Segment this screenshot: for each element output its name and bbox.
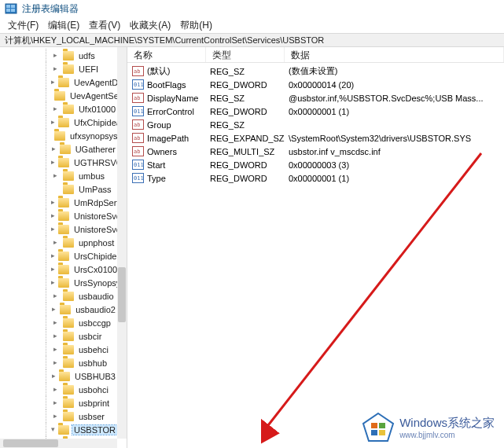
- tree-item-urssynopsys[interactable]: ▸UrsSynopsys: [6, 276, 117, 289]
- expand-icon[interactable]: ▸: [51, 265, 55, 274]
- tree-item-usbaudio[interactable]: ▸usbaudio: [6, 289, 117, 303]
- value-row[interactable]: abImagePathREG_EXPAND_SZ\SystemRoot\Syst…: [127, 131, 504, 145]
- tree-item-label: usbhub: [77, 358, 109, 368]
- tree-item-usbser[interactable]: ▸usbser: [6, 409, 117, 423]
- expand-icon[interactable]: ▸: [51, 358, 60, 367]
- tree-item-uevagentdriver[interactable]: ▸UevAgentDriver: [6, 75, 117, 89]
- expand-icon[interactable]: ▸: [51, 278, 55, 287]
- tree-item-umpass[interactable]: UmPass: [6, 182, 117, 196]
- expand-icon[interactable]: ▸: [51, 305, 57, 314]
- scrollbar-thumb[interactable]: [3, 439, 58, 447]
- expand-icon[interactable]: ▸: [51, 332, 60, 340]
- expand-icon[interactable]: ▸: [51, 211, 55, 220]
- tree-item-usbhub[interactable]: ▸usbhub: [6, 356, 117, 369]
- tree-item-urscx01000[interactable]: ▸UrsCx01000: [6, 263, 117, 276]
- value-row[interactable]: 011ErrorControlREG_DWORD0x00000001 (1): [127, 105, 504, 118]
- expand-icon[interactable]: ▸: [51, 252, 55, 260]
- value-row[interactable]: 011TypeREG_DWORD0x00000001 (1): [127, 171, 504, 185]
- expand-icon[interactable]: ▸: [51, 385, 60, 394]
- value-row[interactable]: 011BootFlagsREG_DWORD0x00000014 (20): [127, 78, 504, 91]
- tree-item-usbaudio2[interactable]: ▸usbaudio2: [6, 303, 117, 316]
- tree-item-usbcir[interactable]: ▸usbcir: [6, 329, 117, 343]
- main-area: ▸udfs▸UEFI▸UevAgentDriverUevAgentService…: [0, 47, 504, 448]
- tree-item-usbhub3[interactable]: ▸USBHUB3: [6, 369, 117, 383]
- value-name: ErrorControl: [147, 107, 210, 116]
- tree-item-umrdpservice[interactable]: ▸UmRdpService: [6, 196, 117, 209]
- tree-item-label: ufxsynopsys: [68, 131, 117, 141]
- menu-edit[interactable]: 编辑(E): [43, 17, 84, 34]
- menu-favorites[interactable]: 收藏夹(A): [125, 17, 175, 34]
- folder-icon: [60, 305, 71, 314]
- tree-item-label: udfs: [77, 51, 97, 61]
- menu-view[interactable]: 查看(V): [84, 17, 125, 34]
- expand-icon[interactable]: ▸: [51, 292, 60, 300]
- menu-help[interactable]: 帮助(H): [175, 17, 217, 34]
- expand-icon[interactable]: ▸: [51, 64, 60, 73]
- expand-icon[interactable]: ▸: [51, 158, 55, 167]
- tree-item-urschipidea[interactable]: ▸UrsChipidea: [6, 249, 117, 263]
- tree-item-label: Ufx01000: [77, 105, 117, 114]
- expand-icon[interactable]: ▸: [51, 198, 55, 207]
- tree-item-unistoresvc[interactable]: ▸UnistoreSvc: [6, 209, 117, 222]
- expand-icon[interactable]: ▸: [51, 78, 55, 86]
- tree-item-usbehci[interactable]: ▸usbehci: [6, 343, 117, 356]
- expand-icon[interactable]: ▸: [51, 318, 60, 327]
- expand-icon[interactable]: ▸: [51, 398, 60, 407]
- expand-icon[interactable]: ▸: [51, 345, 60, 354]
- expand-icon[interactable]: ▸: [51, 372, 56, 380]
- svg-text:ab: ab: [134, 149, 140, 155]
- expand-icon[interactable]: ▸: [51, 145, 57, 153]
- expand-icon[interactable]: ▾: [51, 425, 55, 434]
- folder-icon: [63, 332, 74, 341]
- column-type[interactable]: 类型: [206, 47, 285, 62]
- expand-icon[interactable]: ▸: [51, 225, 55, 233]
- value-row[interactable]: ab(默认)REG_SZ(数值未设置): [127, 64, 504, 78]
- expand-icon[interactable]: ▸: [51, 118, 55, 127]
- expand-icon[interactable]: ▸: [51, 171, 60, 180]
- svg-text:011: 011: [134, 162, 144, 168]
- tree-item-umbus[interactable]: ▸umbus: [6, 169, 117, 182]
- expand-icon[interactable]: ▸: [51, 105, 60, 113]
- tree-item-usbstor[interactable]: ▾USBSTOR: [6, 423, 117, 436]
- tree-item-ufxchipidea[interactable]: ▸UfxChipidea: [6, 116, 117, 129]
- menu-file[interactable]: 文件(F): [3, 17, 43, 34]
- expand-icon[interactable]: [51, 185, 60, 193]
- value-row[interactable]: 011StartREG_DWORD0x00000003 (3): [127, 158, 504, 171]
- folder-icon: [63, 318, 74, 328]
- folder-icon: [54, 131, 65, 141]
- tree-scroll[interactable]: ▸udfs▸UEFI▸UevAgentDriverUevAgentService…: [0, 47, 117, 439]
- string-value-icon: ab: [132, 93, 144, 103]
- tree-item-usbohci[interactable]: ▸usbohci: [6, 383, 117, 396]
- tree-item-label: usbehci: [77, 345, 110, 354]
- expand-icon[interactable]: ▸: [51, 51, 60, 60]
- tree-item-usbccgp[interactable]: ▸usbccgp: [6, 316, 117, 329]
- column-name[interactable]: 名称: [127, 47, 206, 62]
- expand-icon[interactable]: ▸: [51, 238, 60, 247]
- folder-icon: [63, 51, 74, 61]
- svg-rect-1: [6, 5, 10, 8]
- tree-item-label: UevAgentDriver: [72, 78, 117, 87]
- tree-item-uefi[interactable]: ▸UEFI: [6, 62, 117, 75]
- tree-item-uevagentservice[interactable]: UevAgentService: [6, 89, 117, 102]
- tree-item-unistoresvc_[interactable]: ▸UnistoreSvc_: [6, 222, 117, 236]
- tree-item-label: UmPass: [77, 185, 113, 194]
- tree-item-ufx01000[interactable]: ▸Ufx01000: [6, 102, 117, 116]
- folder-icon: [63, 385, 74, 395]
- tree-item-ugatherer[interactable]: ▸UGatherer: [6, 142, 117, 156]
- window-title: 注册表编辑器: [22, 2, 79, 16]
- value-row[interactable]: abDisplayNameREG_SZ@usbstor.inf,%USBSTOR…: [127, 91, 504, 105]
- tree-item-udfs[interactable]: ▸udfs: [6, 49, 117, 62]
- expand-icon[interactable]: ▸: [51, 412, 60, 420]
- tree-item-usbprint[interactable]: ▸usbprint: [6, 396, 117, 409]
- tree-horizontal-scrollbar[interactable]: [0, 439, 117, 448]
- tree-item-ufxsynopsys[interactable]: ufxsynopsys: [6, 129, 117, 142]
- value-row[interactable]: abGroupREG_SZ: [127, 118, 504, 131]
- scrollbar-thumb[interactable]: [118, 267, 126, 322]
- column-data[interactable]: 数据: [285, 47, 504, 62]
- address-bar[interactable]: 计算机\HKEY_LOCAL_MACHINE\SYSTEM\CurrentCon…: [0, 33, 504, 47]
- tree-item-label: usbaudio: [77, 292, 116, 301]
- tree-vertical-scrollbar[interactable]: [117, 47, 127, 439]
- tree-item-ugthrsvc[interactable]: ▸UGTHRSVC: [6, 156, 117, 169]
- tree-item-upnphost[interactable]: ▸upnphost: [6, 236, 117, 249]
- value-row[interactable]: abOwnersREG_MULTI_SZusbstor.inf v_mscdsc…: [127, 145, 504, 158]
